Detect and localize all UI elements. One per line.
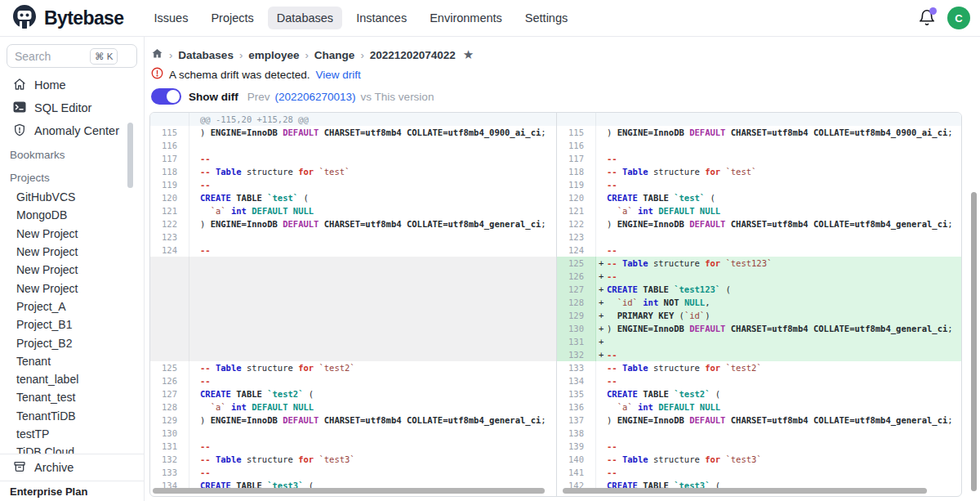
diff-marker <box>189 113 200 126</box>
diff-line: 136 `a` int DEFAULT NULL <box>557 400 961 414</box>
diff-marker <box>189 453 200 466</box>
code-text <box>607 427 961 440</box>
diff-marker: + <box>596 348 607 361</box>
diff-controls: Show diff Prev (202206270013) vs This ve… <box>149 86 980 107</box>
diff-line: 121 `a` int DEFAULT NULL <box>557 204 961 217</box>
sidebar-project-item[interactable]: New Project <box>0 243 144 261</box>
breadcrumb-separator: › <box>239 49 243 61</box>
avatar[interactable]: C <box>947 7 970 29</box>
nav-item-settings[interactable]: Settings <box>516 7 577 29</box>
main-content: ›Databases›employee›Change›2022120207402… <box>145 37 980 501</box>
sidebar-item-home[interactable]: Home <box>0 74 144 96</box>
diff-marker <box>596 204 607 217</box>
diff-line-placeholder <box>150 283 556 296</box>
diff-line: 129) ENGINE=InnoDB DEFAULT CHARSET=utf8m… <box>150 414 556 427</box>
diff-line-placeholder <box>150 322 556 335</box>
diff-marker: + <box>596 283 607 296</box>
sidebar-scrollbar[interactable] <box>127 123 133 188</box>
diff-marker <box>189 440 200 453</box>
sidebar-item-archive[interactable]: Archive <box>0 454 144 481</box>
code-text: CREATE TABLE `test` ( <box>200 191 556 204</box>
breadcrumb-separator: › <box>360 49 363 61</box>
diff-marker <box>596 126 607 139</box>
code-text <box>607 139 961 152</box>
code-text <box>200 309 556 322</box>
nav-item-databases[interactable]: Databases <box>268 7 342 29</box>
brand-logo[interactable]: Bytebase <box>0 3 123 33</box>
sidebar-project-item[interactable]: Project_A <box>0 297 144 315</box>
show-diff-toggle[interactable] <box>151 88 181 105</box>
sidebar-project-item[interactable]: Project_B2 <box>0 333 144 351</box>
diff-marker <box>189 283 200 296</box>
sidebar-item-anomaly-center[interactable]: Anomaly Center <box>0 119 144 142</box>
notification-bell-button[interactable] <box>918 9 936 27</box>
diff-line-placeholder <box>150 257 556 270</box>
diff-line-added: 131+ <box>557 335 961 348</box>
search-box[interactable]: ⌘ K <box>7 44 137 68</box>
nav-item-instances[interactable]: Instances <box>347 7 416 29</box>
right-pane-hscrollbar[interactable] <box>563 488 927 494</box>
line-number: 128 <box>557 296 596 309</box>
sidebar-project-item[interactable]: New Project <box>0 261 144 279</box>
line-number: 140 <box>557 453 596 466</box>
sidebar-project-item[interactable]: New Project <box>0 225 144 243</box>
breadcrumb-item[interactable]: Change <box>314 49 355 61</box>
line-number: 131 <box>150 440 189 453</box>
sidebar-project-item[interactable]: TenantTiDB <box>0 407 144 425</box>
nav-item-issues[interactable]: Issues <box>145 7 197 29</box>
page-vertical-scrollbar[interactable] <box>971 192 977 491</box>
line-number: 116 <box>150 139 189 152</box>
sidebar-project-item[interactable]: Project_B1 <box>0 315 144 333</box>
breadcrumb-item[interactable]: Databases <box>178 49 234 61</box>
line-number: 121 <box>150 204 189 217</box>
favorite-star-icon[interactable]: ★ <box>463 47 474 62</box>
sidebar-project-item[interactable]: tenant_label <box>0 370 144 388</box>
nav-item-environments[interactable]: Environments <box>421 7 511 29</box>
diff-marker <box>189 374 200 387</box>
sidebar-project-item[interactable]: Tenant <box>0 352 144 370</box>
code-text: ) ENGINE=InnoDB DEFAULT CHARSET=utf8mb4 … <box>607 322 961 335</box>
diff-line: 118-- Table structure for `test` <box>150 165 556 178</box>
code-text: -- Table structure for `test2` <box>607 361 961 374</box>
sidebar-item-sql-editor[interactable]: SQL Editor <box>0 96 144 119</box>
sidebar-project-item[interactable]: GitHubVCS <box>0 188 144 206</box>
code-text: `a` int DEFAULT NULL <box>200 204 556 217</box>
code-text: -- <box>200 374 556 387</box>
diff-marker <box>189 270 200 283</box>
breadcrumb-separator: › <box>305 49 309 61</box>
archive-icon <box>13 460 26 476</box>
breadcrumb-home-icon[interactable] <box>151 47 163 63</box>
diff-line: 137) ENGINE=InnoDB DEFAULT CHARSET=utf8m… <box>557 414 961 427</box>
code-text: -- Table structure for `test2` <box>200 361 556 374</box>
diff-marker <box>189 217 200 230</box>
drift-alert-text: A schema drift was detected. <box>169 69 310 81</box>
line-number: 129 <box>557 309 596 322</box>
line-number: 138 <box>557 427 596 440</box>
search-input[interactable] <box>15 50 90 63</box>
code-text: -- Table structure for `test123` <box>607 257 961 270</box>
code-text: CREATE TABLE `test2` ( <box>607 387 961 400</box>
view-drift-link[interactable]: View drift <box>316 69 361 81</box>
breadcrumb-item[interactable]: 20221202074022 <box>370 49 456 61</box>
sidebar-project-item[interactable]: New Project <box>0 279 144 297</box>
diff-line: 119-- <box>150 178 556 191</box>
code-text: -- <box>607 152 961 165</box>
sidebar: ⌘ K Home SQL Editor Anomaly Center Bookm… <box>0 37 145 501</box>
sidebar-project-item[interactable]: MongoDB <box>0 206 144 224</box>
diff-line: 118-- Table structure for `test` <box>557 165 961 178</box>
sidebar-project-item[interactable]: testTP <box>0 425 144 443</box>
diff-marker <box>596 414 607 427</box>
diff-marker <box>189 361 200 374</box>
nav-item-projects[interactable]: Projects <box>202 7 262 29</box>
toggle-knob <box>167 90 180 103</box>
diff-line: 128 `a` int DEFAULT NULL <box>150 400 556 414</box>
sidebar-project-item[interactable]: Tenant_test <box>0 388 144 406</box>
diff-marker <box>189 466 200 479</box>
prev-version-link[interactable]: (202206270013) <box>275 91 356 103</box>
diff-marker <box>189 244 200 257</box>
diff-marker <box>189 191 200 204</box>
code-text: ) ENGINE=InnoDB DEFAULT CHARSET=utf8mb4 … <box>200 217 556 230</box>
left-pane-hscrollbar[interactable] <box>153 488 545 494</box>
breadcrumb-item[interactable]: employee <box>248 49 299 61</box>
diff-line-placeholder <box>150 348 556 361</box>
